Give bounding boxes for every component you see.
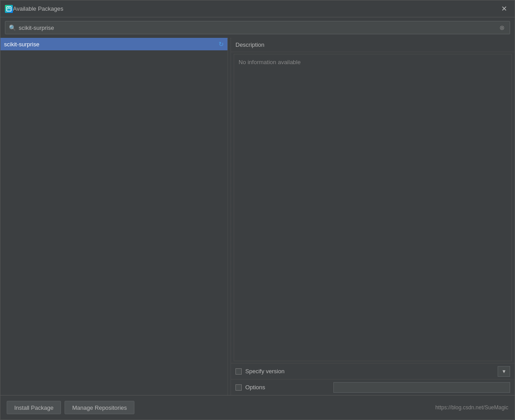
package-name: scikit-surprise [4,41,217,48]
left-panel: scikit-surprise ↻ [0,38,227,395]
panel-divider[interactable] [227,38,231,395]
status-url: https://blog.csdn.net/SueMagic [138,404,508,411]
search-clear-button[interactable]: ⊗ [498,24,506,32]
available-packages-window: Available Packages ✕ 🔍 ⊗ scikit-surprise… [0,0,515,420]
title-bar: Available Packages ✕ [0,0,515,17]
bottom-bar: Install Package Manage Repositories http… [0,395,515,420]
options-checkbox[interactable] [235,384,242,391]
app-icon [5,5,13,13]
search-bar: 🔍 ⊗ [5,21,510,34]
options-row: Options [231,379,515,395]
options-label: Options [245,384,333,391]
no-info-text: No information available [239,59,300,65]
refresh-icon[interactable]: ↻ [219,41,224,48]
close-button[interactable]: ✕ [498,3,510,15]
right-panel: Description No information available Spe… [231,38,515,395]
options-value-input[interactable] [333,382,510,393]
search-input[interactable] [19,24,498,31]
specify-version-checkbox[interactable] [235,368,242,375]
install-package-button[interactable]: Install Package [7,401,61,414]
manage-repositories-button[interactable]: Manage Repositories [65,401,134,414]
specify-version-label: Specify version [245,368,498,375]
main-area: scikit-surprise ↻ Description No informa… [0,38,515,395]
description-header: Description [231,38,515,52]
specify-version-row: Specify version ▾ [231,363,515,379]
description-content: No information available [234,54,512,361]
package-list: scikit-surprise ↻ [0,38,227,395]
search-icon: 🔍 [9,24,16,31]
package-item[interactable]: scikit-surprise ↻ [0,38,227,50]
version-dropdown[interactable]: ▾ [498,366,510,377]
window-title: Available Packages [13,5,498,12]
